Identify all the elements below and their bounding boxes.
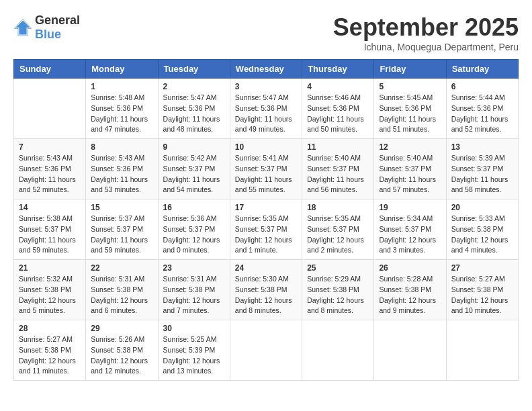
day-info: Sunrise: 5:40 AMSunset: 5:37 PMDaylight:… — [307, 154, 364, 193]
day-info: Sunrise: 5:33 AMSunset: 5:38 PMDaylight:… — [451, 214, 508, 254]
day-number: 21 — [19, 263, 81, 273]
day-number: 18 — [307, 203, 369, 212]
table-cell: 4 Sunrise: 5:46 AMSunset: 5:36 PMDayligh… — [302, 79, 374, 139]
day-number: 6 — [451, 82, 513, 91]
month-title: September 2025 — [333, 13, 519, 42]
header-monday: Monday — [86, 60, 158, 79]
weekday-header-row: Sunday Monday Tuesday Wednesday Thursday… — [14, 60, 519, 79]
day-info: Sunrise: 5:40 AMSunset: 5:37 PMDaylight:… — [379, 154, 436, 193]
table-cell — [374, 320, 446, 381]
logo-text: General Blue — [35, 13, 80, 42]
day-number: 17 — [235, 203, 297, 212]
title-area: September 2025 Ichuna, Moquegua Departme… — [333, 13, 519, 52]
table-cell: 5 Sunrise: 5:45 AMSunset: 5:36 PMDayligh… — [374, 79, 446, 139]
day-info: Sunrise: 5:34 AMSunset: 5:37 PMDaylight:… — [379, 214, 436, 254]
table-cell: 22 Sunrise: 5:31 AMSunset: 5:38 PMDaylig… — [86, 260, 158, 320]
day-info: Sunrise: 5:39 AMSunset: 5:37 PMDaylight:… — [451, 154, 508, 193]
day-info: Sunrise: 5:43 AMSunset: 5:36 PMDaylight:… — [19, 154, 76, 193]
week-row-5: 28 Sunrise: 5:27 AMSunset: 5:38 PMDaylig… — [14, 320, 519, 381]
table-cell: 27 Sunrise: 5:27 AMSunset: 5:38 PMDaylig… — [446, 260, 518, 320]
day-number: 12 — [379, 142, 441, 152]
day-info: Sunrise: 5:27 AMSunset: 5:38 PMDaylight:… — [19, 335, 76, 375]
table-cell: 23 Sunrise: 5:31 AMSunset: 5:38 PMDaylig… — [158, 260, 230, 320]
week-row-1: 1 Sunrise: 5:48 AMSunset: 5:36 PMDayligh… — [14, 79, 519, 139]
day-number: 7 — [19, 142, 81, 152]
day-number: 4 — [307, 82, 369, 91]
day-info: Sunrise: 5:47 AMSunset: 5:36 PMDaylight:… — [235, 93, 292, 133]
table-cell: 26 Sunrise: 5:28 AMSunset: 5:38 PMDaylig… — [374, 260, 446, 320]
day-number: 25 — [307, 263, 369, 273]
table-cell: 19 Sunrise: 5:34 AMSunset: 5:37 PMDaylig… — [374, 199, 446, 260]
table-cell: 7 Sunrise: 5:43 AMSunset: 5:36 PMDayligh… — [14, 139, 86, 199]
day-info: Sunrise: 5:35 AMSunset: 5:37 PMDaylight:… — [307, 214, 364, 254]
table-cell: 28 Sunrise: 5:27 AMSunset: 5:38 PMDaylig… — [14, 320, 86, 381]
day-number: 28 — [19, 324, 81, 333]
day-number: 2 — [163, 82, 225, 91]
header-thursday: Thursday — [302, 60, 374, 79]
table-cell: 25 Sunrise: 5:29 AMSunset: 5:38 PMDaylig… — [302, 260, 374, 320]
day-number: 30 — [163, 324, 225, 333]
header-friday: Friday — [374, 60, 446, 79]
day-number: 10 — [235, 142, 297, 152]
day-info: Sunrise: 5:46 AMSunset: 5:36 PMDaylight:… — [307, 93, 364, 133]
week-row-2: 7 Sunrise: 5:43 AMSunset: 5:36 PMDayligh… — [14, 139, 519, 199]
day-info: Sunrise: 5:38 AMSunset: 5:37 PMDaylight:… — [19, 214, 76, 254]
table-cell: 29 Sunrise: 5:26 AMSunset: 5:38 PMDaylig… — [86, 320, 158, 381]
day-number: 22 — [91, 263, 152, 273]
day-info: Sunrise: 5:31 AMSunset: 5:38 PMDaylight:… — [163, 275, 220, 314]
header-wednesday: Wednesday — [230, 60, 302, 79]
table-cell: 18 Sunrise: 5:35 AMSunset: 5:37 PMDaylig… — [302, 199, 374, 260]
day-number: 13 — [451, 142, 513, 152]
day-info: Sunrise: 5:29 AMSunset: 5:38 PMDaylight:… — [307, 275, 364, 314]
day-number: 11 — [307, 142, 369, 152]
logo-general: General — [35, 13, 80, 27]
table-cell: 11 Sunrise: 5:40 AMSunset: 5:37 PMDaylig… — [302, 139, 374, 199]
day-info: Sunrise: 5:25 AMSunset: 5:39 PMDaylight:… — [163, 335, 220, 375]
header-saturday: Saturday — [446, 60, 518, 79]
table-cell: 15 Sunrise: 5:37 AMSunset: 5:37 PMDaylig… — [86, 199, 158, 260]
table-cell — [446, 320, 518, 381]
day-number: 5 — [379, 82, 441, 91]
table-cell: 12 Sunrise: 5:40 AMSunset: 5:37 PMDaylig… — [374, 139, 446, 199]
day-number: 15 — [91, 203, 152, 212]
table-cell: 3 Sunrise: 5:47 AMSunset: 5:36 PMDayligh… — [230, 79, 302, 139]
day-info: Sunrise: 5:44 AMSunset: 5:36 PMDaylight:… — [451, 93, 508, 133]
day-number: 8 — [91, 142, 152, 152]
logo-icon — [13, 18, 32, 37]
week-row-4: 21 Sunrise: 5:32 AMSunset: 5:38 PMDaylig… — [14, 260, 519, 320]
week-row-3: 14 Sunrise: 5:38 AMSunset: 5:37 PMDaylig… — [14, 199, 519, 260]
day-info: Sunrise: 5:48 AMSunset: 5:36 PMDaylight:… — [91, 93, 148, 133]
table-cell: 21 Sunrise: 5:32 AMSunset: 5:38 PMDaylig… — [14, 260, 86, 320]
table-cell: 30 Sunrise: 5:25 AMSunset: 5:39 PMDaylig… — [158, 320, 230, 381]
day-info: Sunrise: 5:42 AMSunset: 5:37 PMDaylight:… — [163, 154, 220, 193]
day-info: Sunrise: 5:27 AMSunset: 5:38 PMDaylight:… — [451, 275, 508, 314]
day-info: Sunrise: 5:41 AMSunset: 5:37 PMDaylight:… — [235, 154, 292, 193]
day-number: 3 — [235, 82, 297, 91]
table-cell: 2 Sunrise: 5:47 AMSunset: 5:36 PMDayligh… — [158, 79, 230, 139]
day-number: 26 — [379, 263, 441, 273]
table-cell: 14 Sunrise: 5:38 AMSunset: 5:37 PMDaylig… — [14, 199, 86, 260]
day-number: 23 — [163, 263, 225, 273]
day-number: 14 — [19, 203, 81, 212]
table-cell: 6 Sunrise: 5:44 AMSunset: 5:36 PMDayligh… — [446, 79, 518, 139]
day-info: Sunrise: 5:26 AMSunset: 5:38 PMDaylight:… — [91, 335, 148, 375]
table-cell: 8 Sunrise: 5:43 AMSunset: 5:36 PMDayligh… — [86, 139, 158, 199]
page-header: General Blue September 2025 Ichuna, Moqu… — [13, 13, 519, 52]
day-info: Sunrise: 5:45 AMSunset: 5:36 PMDaylight:… — [379, 93, 436, 133]
table-cell: 20 Sunrise: 5:33 AMSunset: 5:38 PMDaylig… — [446, 199, 518, 260]
header-tuesday: Tuesday — [158, 60, 230, 79]
logo: General Blue — [13, 13, 80, 42]
table-cell: 16 Sunrise: 5:36 AMSunset: 5:37 PMDaylig… — [158, 199, 230, 260]
table-cell: 13 Sunrise: 5:39 AMSunset: 5:37 PMDaylig… — [446, 139, 518, 199]
calendar-table: Sunday Monday Tuesday Wednesday Thursday… — [13, 59, 519, 381]
day-info: Sunrise: 5:28 AMSunset: 5:38 PMDaylight:… — [379, 275, 436, 314]
location-title: Ichuna, Moquegua Department, Peru — [333, 42, 519, 52]
day-number: 16 — [163, 203, 225, 212]
day-info: Sunrise: 5:35 AMSunset: 5:37 PMDaylight:… — [235, 214, 292, 254]
day-info: Sunrise: 5:30 AMSunset: 5:38 PMDaylight:… — [235, 275, 292, 314]
day-info: Sunrise: 5:43 AMSunset: 5:36 PMDaylight:… — [91, 154, 148, 193]
day-number: 9 — [163, 142, 225, 152]
day-number: 27 — [451, 263, 513, 273]
table-cell: 10 Sunrise: 5:41 AMSunset: 5:37 PMDaylig… — [230, 139, 302, 199]
table-cell: 9 Sunrise: 5:42 AMSunset: 5:37 PMDayligh… — [158, 139, 230, 199]
